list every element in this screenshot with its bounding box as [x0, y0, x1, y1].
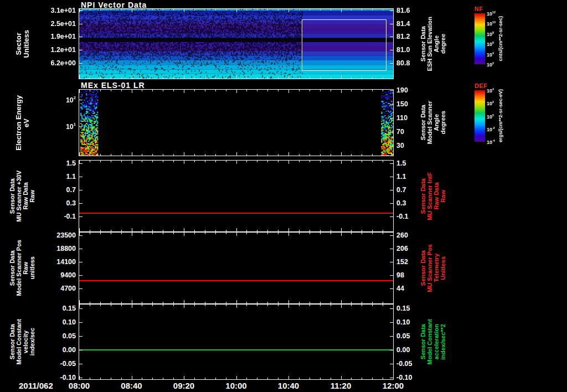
y-axis-tick-label: 18800: [56, 245, 76, 252]
x-tick-mark: [236, 90, 237, 93]
x-tick-mark: [362, 305, 362, 306]
x-tick-mark: [341, 75, 342, 79]
x-tick-mark: [257, 233, 257, 234]
y-axis-tick-label-right: 81.0: [396, 46, 410, 54]
x-tick-mark: [246, 161, 247, 162]
x-tick-mark: [184, 233, 184, 236]
y-axis-tick-label: 1.1: [66, 173, 76, 180]
x-tick-mark: [372, 233, 373, 234]
x-tick-mark: [194, 154, 195, 156]
panel-3-data-line: [79, 213, 393, 214]
x-tick-mark: [142, 154, 142, 156]
colorbar-tick-label: 102: [487, 61, 494, 68]
y-axis-tick-label-right: 260: [396, 231, 408, 239]
x-tick-mark: [173, 378, 174, 379]
axis-label-line: Angle: [434, 114, 440, 131]
x-tick-mark: [288, 90, 289, 93]
x-tick-mark: [257, 302, 257, 303]
x-tick-mark: [278, 161, 279, 162]
x-tick-mark: [194, 230, 195, 231]
y-axis-tick-label-right: 1.1: [396, 173, 406, 180]
x-tick-mark: [267, 302, 268, 303]
x-tick-mark: [132, 305, 132, 308]
y-tick-mark: [79, 216, 83, 217]
x-tick-mark: [341, 152, 342, 156]
x-tick-mark: [351, 233, 352, 234]
x-tick-mark: [163, 90, 163, 91]
x-tick-mark: [205, 302, 205, 303]
x-tick-mark: [226, 90, 226, 91]
x-tick-mark: [351, 230, 352, 231]
y-tick-mark: [390, 50, 393, 50]
x-tick-mark: [90, 302, 90, 303]
y-tick-mark: [390, 11, 393, 11]
y-tick-mark: [390, 146, 393, 146]
x-tick-mark: [372, 90, 373, 91]
y-tick-mark: [79, 364, 83, 364]
panel-4-data-line: [79, 280, 393, 281]
y-tick-mark: [390, 37, 393, 37]
x-tick-mark: [331, 233, 331, 234]
x-tick-mark: [246, 90, 247, 91]
axis-label-line: MU Scanner IntF: [427, 172, 433, 220]
colorbar-tick-label: 1010: [487, 20, 496, 27]
x-tick-mark: [184, 300, 184, 303]
x-tick-mark: [173, 305, 174, 306]
x-tick-mark: [121, 77, 122, 79]
y-tick-mark: [390, 275, 393, 276]
x-tick-mark: [393, 9, 394, 12]
y-tick-mark: [79, 24, 83, 24]
axis-label-line: ESH Sun Elevation: [427, 17, 433, 71]
x-tick-mark: [246, 77, 247, 79]
x-tick-mark: [331, 9, 331, 11]
y-tick-mark: [390, 235, 393, 236]
axis-label-line: Sensor Data: [420, 324, 426, 359]
x-tick-mark: [142, 378, 142, 379]
colorbar-1-title: NF: [475, 6, 483, 12]
y-tick-mark: [390, 24, 393, 24]
x-tick-mark: [142, 9, 142, 11]
x-tick-mark: [79, 305, 80, 308]
x-tick-mark: [257, 154, 257, 156]
x-tick-mark: [310, 233, 310, 234]
y-tick-mark: [79, 126, 83, 127]
x-tick-mark: [257, 90, 257, 91]
x-tick-mark: [341, 90, 342, 93]
x-tick-mark: [79, 300, 80, 303]
x-tick-mark: [205, 77, 205, 79]
x-tick-mark: [132, 161, 132, 164]
x-tick-mark: [194, 378, 195, 379]
x-tick-mark: [267, 161, 268, 162]
x-tick-mark: [320, 233, 321, 234]
x-tick-mark: [383, 161, 383, 162]
axis-label-line: Model Constant: [427, 319, 433, 365]
science-plot-figure: NPI Vector Data MEx ELS-01 LR 3.1e+012.5…: [0, 0, 567, 392]
x-tick-mark: [267, 305, 268, 306]
x-tick-mark: [278, 302, 279, 303]
x-tick-mark: [299, 378, 300, 379]
x-tick-mark: [121, 302, 122, 303]
x-tick-mark: [226, 9, 226, 11]
y-tick-mark: [79, 63, 83, 64]
exponent: 6: [492, 41, 494, 44]
exponent: 4: [492, 51, 494, 54]
x-tick-mark: [90, 305, 90, 306]
axis-label-line: Sensor Data: [9, 250, 16, 286]
x-tick-mark: [278, 90, 279, 91]
panel-4-left-axis-label: Sensor DataModel Scanner PosRawunitless: [2, 233, 42, 303]
x-tick-mark: [205, 9, 205, 11]
y-tick-mark: [79, 11, 83, 11]
x-tick-mark: [246, 378, 247, 379]
x-tick-mark: [194, 233, 195, 234]
x-tick-mark: [393, 90, 394, 93]
x-tick-mark: [163, 230, 163, 231]
y-axis-tick-label: 101: [66, 122, 76, 130]
y-axis-tick-label-right: 0.15: [396, 305, 410, 312]
x-tick-mark: [320, 77, 321, 79]
x-tick-mark: [132, 233, 132, 236]
y-tick-mark: [79, 177, 83, 177]
x-tick-mark: [341, 9, 342, 12]
x-tick-mark: [111, 154, 111, 156]
y-axis-tick-label: 102: [66, 95, 76, 104]
x-tick-mark: [351, 302, 352, 303]
